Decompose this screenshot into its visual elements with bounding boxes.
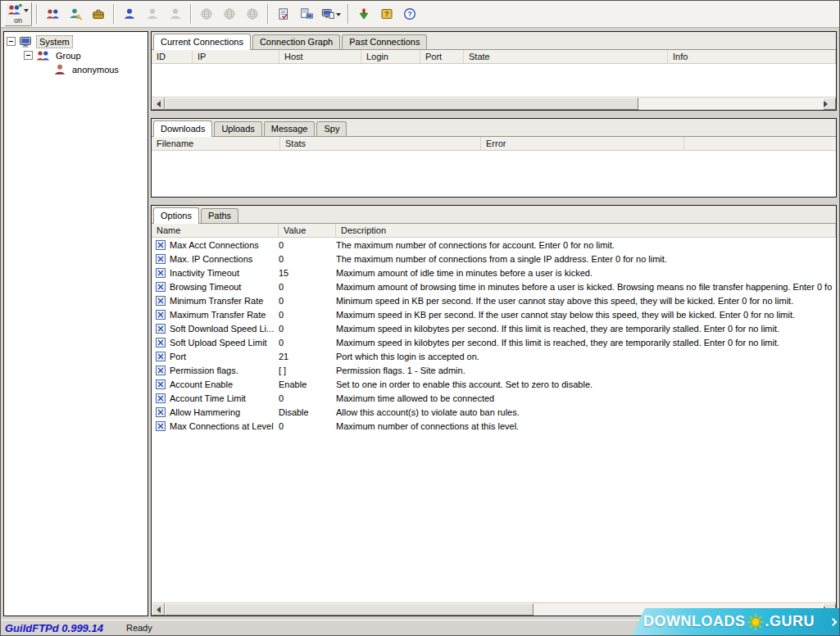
tab-spy[interactable]: Spy [316,121,347,136]
option-row-allow-hammering[interactable]: Allow HammeringDisableAllow this account… [152,405,836,419]
option-name: Max. IP Connections [152,254,279,264]
users-online-button[interactable]: on [4,2,32,26]
left-arrow-icon [153,101,161,107]
collapse-icon[interactable] [7,37,16,46]
tab-downloads[interactable]: Downloads [153,120,212,137]
left-arrow-icon [153,606,161,613]
option-row-account-time-limit[interactable]: Account Time Limit0Maximum time allowed … [152,391,836,405]
tab-paths[interactable]: Paths [201,208,238,223]
user-gray-icon [169,7,182,20]
tab-options[interactable]: Options [153,207,199,224]
computer-doc-icon [321,7,334,20]
tab-connection-graph[interactable]: Connection Graph [252,34,340,49]
connections-list[interactable] [152,64,836,97]
option-row-port[interactable]: Port21Port which this login is accepted … [152,349,836,363]
tree-item-group[interactable]: Group [4,48,148,62]
scroll-right-button[interactable] [823,98,836,110]
computer-menu-button[interactable] [319,2,343,25]
scrollbar-thumb[interactable] [165,603,534,616]
scrollbar-track[interactable] [165,98,823,110]
column-header-description[interactable]: Description [336,224,836,237]
option-row-browsing-timeout[interactable]: Browsing Timeout0Maximum amount of brows… [152,279,836,293]
tab-message[interactable]: Message [264,121,316,136]
column-header-value[interactable]: Value [279,224,336,237]
option-description: Maximum amount of idle time in minutes b… [336,268,836,278]
option-row-minimum-transfer-rate[interactable]: Minimum Transfer Rate0Minimum speed in K… [152,293,836,307]
guildftpd-window: on?? SystemGroupanonymous Current Connec… [0,0,840,636]
option-row-account-enable[interactable]: Account EnableEnableSet to one in order … [152,377,836,391]
option-value: [ ] [279,366,336,375]
column-header-error[interactable]: Error [481,137,684,150]
option-name-text: Port [170,352,186,361]
watermark-text-right: .GURU [765,613,815,630]
arrow-down-icon [357,7,370,20]
option-name: Max Connections at Level [152,421,279,431]
edit-user-button[interactable] [119,2,140,25]
column-header-state[interactable]: State [464,50,668,63]
column-header-name[interactable]: Name [152,224,279,237]
option-description: Maximum amount of browsing time in minut… [336,282,836,292]
option-description: Permission flags. 1 - Site admin. [336,366,836,375]
toolbar-separator [113,4,115,24]
connections-horizontal-scrollbar[interactable] [152,97,836,110]
option-row-max-ip-connections[interactable]: Max. IP Connections0The maximum number o… [152,252,836,266]
kick-user-button[interactable] [142,2,163,25]
column-header-stats[interactable]: Stats [280,137,481,150]
option-row-permission-flags[interactable]: Permission flags.[ ]Permission flags. 1 … [152,363,836,377]
collapse-icon[interactable] [24,51,33,60]
toolbar-separator [36,4,38,24]
option-name-text: Account Enable [170,379,233,389]
option-row-max-acct-connections[interactable]: Max Acct Connections0The maximum number … [152,238,836,252]
option-row-max-connections-at-level[interactable]: Max Connections at Level0Maximum number … [152,419,836,433]
tree-item-system[interactable]: System [4,34,148,48]
tab-past-connections[interactable]: Past Connections [342,34,427,49]
user-icon [123,7,136,20]
option-row-soft-download-speed-li[interactable]: Soft Download Speed Li...0Maximum speed … [152,321,836,335]
option-name: Soft Download Speed Li... [152,324,279,334]
download-button[interactable] [353,2,375,25]
help-contents-button[interactable]: ? [376,2,397,25]
transfers-list[interactable] [152,151,836,197]
option-x-icon [156,366,166,375]
site-button-3[interactable] [242,2,263,25]
column-header-filename[interactable]: Filename [152,137,280,150]
option-row-inactivity-timeout[interactable]: Inactivity Timeout15Maximum amount of id… [152,266,836,279]
option-x-icon [156,352,166,361]
tree-item-anonymous[interactable]: anonymous [4,62,148,76]
options-list[interactable]: Max Acct Connections0The maximum number … [152,238,836,602]
scroll-left-button[interactable] [152,98,165,110]
column-header-host[interactable]: Host [279,50,361,63]
column-header-ip[interactable]: IP [193,50,279,63]
doc-computer-button[interactable] [296,2,317,25]
option-name: Inactivity Timeout [152,268,279,278]
user-gray-icon [146,7,159,20]
column-header-port[interactable]: Port [420,50,464,63]
connections-panel: Current ConnectionsConnection GraphPast … [151,31,837,111]
column-header-id[interactable]: ID [152,50,193,63]
delete-user-button[interactable] [165,2,186,25]
accounts-button[interactable] [88,2,109,25]
site-button-2[interactable] [219,2,240,25]
globe-icon [223,7,236,20]
site-button-1[interactable] [196,2,217,25]
option-name: Minimum Transfer Rate [152,296,279,306]
option-name: Account Enable [152,379,279,389]
scroll-left-button[interactable] [152,603,165,616]
toolbar-separator [267,4,269,24]
tab-current-connections[interactable]: Current Connections [153,34,251,50]
dropdown-caret-icon [24,9,29,15]
option-row-maximum-transfer-rate[interactable]: Maximum Transfer Rate0Maximum speed in K… [152,307,836,321]
column-header-info[interactable]: Info [668,50,836,63]
add-group-button[interactable] [42,2,63,25]
add-user-button[interactable] [65,2,86,25]
option-name: Browsing Timeout [152,282,279,292]
about-button[interactable]: ? [399,2,420,25]
option-x-icon [156,310,166,320]
log-view-button[interactable] [273,2,294,25]
watermark-text-left: DOWNLOADS [643,613,746,630]
tab-uploads[interactable]: Uploads [214,121,261,136]
column-header-login[interactable]: Login [361,50,420,63]
option-name-text: Allow Hammering [170,407,240,417]
scrollbar-thumb[interactable] [165,98,638,110]
option-row-soft-upload-speed-limit[interactable]: Soft Upload Speed Limit0Maximum speed in… [152,335,836,349]
